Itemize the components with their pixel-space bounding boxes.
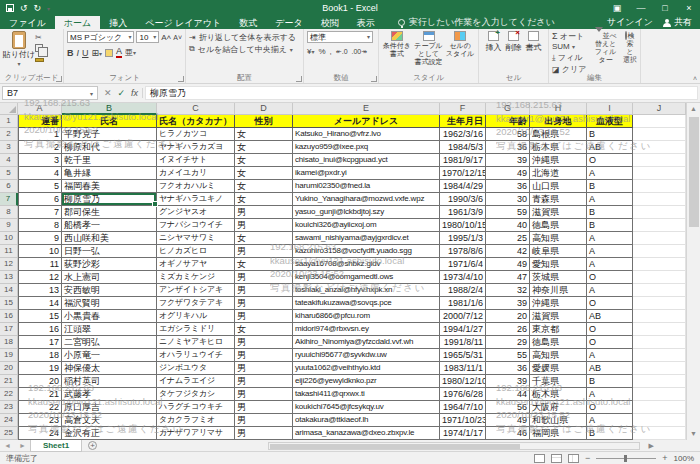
column-header-A[interactable]: A: [18, 103, 62, 115]
cell-H14[interactable]: 神奈川県: [530, 284, 587, 297]
cut-icon[interactable]: ✂: [35, 33, 44, 42]
column-header-G[interactable]: G: [486, 103, 530, 115]
cell-G11[interactable]: 42: [486, 245, 530, 258]
cell-D18[interactable]: 男: [235, 336, 293, 349]
cell-C15[interactable]: フクザワタテアキ: [157, 297, 235, 310]
cell-J12[interactable]: [633, 258, 686, 271]
cell-I16[interactable]: AB: [587, 310, 633, 323]
cell-F16[interactable]: 2000/7/12: [440, 310, 486, 323]
row-header-22[interactable]: 22: [0, 388, 18, 401]
cell-E25[interactable]: arimasa_kanazawa@dxeo.zbxpv.le: [293, 427, 440, 440]
cell-A9[interactable]: 8: [18, 219, 62, 232]
cell-I6[interactable]: B: [587, 180, 633, 193]
cell-I2[interactable]: B: [587, 128, 633, 141]
row-header-23[interactable]: 23: [0, 401, 18, 414]
column-header-D[interactable]: D: [235, 103, 293, 115]
cell-B9[interactable]: 船橋孝一: [62, 219, 157, 232]
borders-icon[interactable]: ⊞▾: [92, 48, 103, 58]
cell-I22[interactable]: A: [587, 388, 633, 401]
cell-C4[interactable]: イヌイチサト: [157, 154, 235, 167]
column-header-E[interactable]: E: [293, 103, 440, 115]
name-box[interactable]: B7▾: [2, 86, 98, 100]
cell-D22[interactable]: 男: [235, 388, 293, 401]
cell-D21[interactable]: 男: [235, 375, 293, 388]
italic-button[interactable]: I: [77, 48, 80, 58]
cell-G25[interactable]: 46: [486, 427, 530, 440]
cell-I3[interactable]: AB: [587, 141, 633, 154]
row-header-5[interactable]: 5: [0, 167, 18, 180]
tab-formulas[interactable]: 数式: [230, 16, 266, 29]
cell-A13[interactable]: 12: [18, 271, 62, 284]
cell-J7[interactable]: [633, 193, 686, 206]
cell-A23[interactable]: 22: [18, 401, 62, 414]
cell-C12[interactable]: オギノサアヤ: [157, 258, 235, 271]
decrease-decimal-icon[interactable]: .00↠: [352, 48, 368, 56]
cell-I23[interactable]: O: [587, 401, 633, 414]
cell-F3[interactable]: 1984/5/3: [440, 141, 486, 154]
column-header-B[interactable]: B: [62, 103, 157, 115]
cell-E11[interactable]: kazuhiro3158@vocfydft.yuado.sgg: [293, 245, 440, 258]
delete-cells-button[interactable]: 削除: [506, 31, 522, 73]
save-icon[interactable]: [6, 4, 14, 12]
cell-B21[interactable]: 稲村英司: [62, 375, 157, 388]
cell-I7[interactable]: A: [587, 193, 633, 206]
cell-A20[interactable]: 19: [18, 362, 62, 375]
cell-I15[interactable]: O: [587, 297, 633, 310]
cell-C7[interactable]: ヤナギハラユキノ: [157, 193, 235, 206]
cell-J6[interactable]: [633, 180, 686, 193]
cell-J22[interactable]: [633, 388, 686, 401]
scroll-down-icon[interactable]: ▼: [687, 428, 700, 440]
cell-E24[interactable]: otakakura@ttkiaeof.lh: [293, 414, 440, 427]
sheet-tab-sheet1[interactable]: Sheet1: [30, 440, 82, 452]
cancel-icon[interactable]: ✕: [104, 88, 112, 98]
cell-styles-button[interactable]: セルの スタイル: [445, 31, 475, 73]
cell-B23[interactable]: 原口厚吉: [62, 401, 157, 414]
cell-G10[interactable]: 25: [486, 232, 530, 245]
cell-B10[interactable]: 西山咲和美: [62, 232, 157, 245]
cell-D24[interactable]: 男: [235, 414, 293, 427]
cell-D20[interactable]: 男: [235, 362, 293, 375]
cell-I21[interactable]: B: [587, 375, 633, 388]
cell-E6[interactable]: harumi02350@fned.la: [293, 180, 440, 193]
cell-H22[interactable]: 栃木県: [530, 388, 587, 401]
cell-D16[interactable]: 男: [235, 310, 293, 323]
cell-F2[interactable]: 1962/3/16: [440, 128, 486, 141]
cell-J15[interactable]: [633, 297, 686, 310]
cell-J18[interactable]: [633, 336, 686, 349]
cell-J3[interactable]: [633, 141, 686, 154]
percent-icon[interactable]: %: [318, 47, 325, 56]
cell-G8[interactable]: 59: [486, 206, 530, 219]
number-dialog-launcher-icon[interactable]: [371, 76, 377, 82]
cell-I19[interactable]: A: [587, 349, 633, 362]
merge-center-button[interactable]: ⧉セルを結合して中央揃え▾: [189, 43, 300, 55]
ribbon-display-options-icon[interactable]: ▣: [606, 1, 628, 15]
cell-A5[interactable]: 4: [18, 167, 62, 180]
cell-G9[interactable]: 40: [486, 219, 530, 232]
share-button[interactable]: 共有: [663, 16, 692, 29]
column-header-H[interactable]: H: [530, 103, 587, 115]
conditional-formatting-button[interactable]: 条件付き 書式: [382, 31, 412, 73]
cell-E2[interactable]: Katsuko_Hirano@vfrz.lvo: [293, 128, 440, 141]
cell-C25[interactable]: カナザワアリマサ: [157, 427, 235, 440]
cell-E21[interactable]: eiji226@yewyldknko.pzr: [293, 375, 440, 388]
insert-cells-button[interactable]: 挿入: [486, 31, 502, 73]
cell-A8[interactable]: 7: [18, 206, 62, 219]
cell-J9[interactable]: [633, 219, 686, 232]
cell-B13[interactable]: 水上憲司: [62, 271, 157, 284]
row-header-14[interactable]: 14: [0, 284, 18, 297]
cell-H17[interactable]: 東京都: [530, 323, 587, 336]
cell-A10[interactable]: 9: [18, 232, 62, 245]
underline-button[interactable]: U: [82, 48, 89, 58]
cell-E15[interactable]: tateakifukuzawa@sovqs.pce: [293, 297, 440, 310]
maximize-button[interactable]: □: [654, 1, 676, 15]
cell-C9[interactable]: フナバシコウイチ: [157, 219, 235, 232]
cell-J20[interactable]: [633, 362, 686, 375]
row-header-25[interactable]: 25: [0, 427, 18, 440]
cell-D6[interactable]: 女: [235, 180, 293, 193]
cell-B19[interactable]: 小原竜一: [62, 349, 157, 362]
copy-icon[interactable]: [35, 44, 43, 52]
cell-C21[interactable]: イナムラエイジ: [157, 375, 235, 388]
row-header-19[interactable]: 19: [0, 349, 18, 362]
clipboard-dialog-launcher-icon[interactable]: [56, 76, 62, 82]
cell-E23[interactable]: koukichi7645@jfcsykqy.uv: [293, 401, 440, 414]
